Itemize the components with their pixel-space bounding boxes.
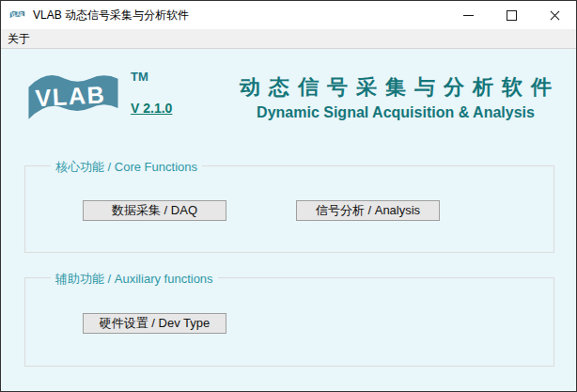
group-core-label: 核心功能 / Core Functions bbox=[51, 159, 202, 176]
app-logo-icon: VLAB bbox=[9, 8, 25, 23]
analysis-button[interactable]: 信号分析 / Analysis bbox=[296, 200, 440, 221]
app-heading: 动态信号采集与分析软件 Dynamic Signal Acquisition &… bbox=[225, 73, 567, 121]
maximize-icon bbox=[507, 10, 517, 21]
group-auxiliary-functions: 辅助功能 / Auxiliary functions 硬件设置 / Dev Ty… bbox=[24, 277, 554, 367]
menu-item-about[interactable]: 关于 bbox=[1, 29, 37, 48]
heading-english: Dynamic Signal Acquisition & Analysis bbox=[225, 104, 567, 121]
trademark-label: TM bbox=[131, 70, 148, 84]
close-icon bbox=[550, 10, 560, 21]
client-area: VLAB TM V 2.1.0 动态信号采集与分析软件 Dynamic Sign… bbox=[1, 49, 576, 391]
menu-bar: 关于 bbox=[1, 29, 576, 49]
maximize-button[interactable] bbox=[490, 1, 533, 29]
minimize-icon bbox=[463, 15, 474, 16]
title-bar[interactable]: VLAB VLAB 动态信号采集与分析软件 bbox=[1, 1, 576, 29]
svg-text:VLAB: VLAB bbox=[11, 12, 23, 17]
group-aux-label: 辅助功能 / Auxiliary functions bbox=[51, 271, 218, 288]
close-button[interactable] bbox=[533, 1, 576, 29]
heading-chinese: 动态信号采集与分析软件 bbox=[233, 73, 567, 102]
vlab-logo: VLAB bbox=[24, 63, 122, 136]
daq-button[interactable]: 数据采集 / DAQ bbox=[83, 200, 226, 221]
app-window: VLAB VLAB 动态信号采集与分析软件 关于 VLAB TM bbox=[0, 0, 577, 392]
logo-text: VLAB bbox=[35, 81, 106, 111]
minimize-button[interactable] bbox=[446, 1, 490, 29]
window-title: VLAB 动态信号采集与分析软件 bbox=[33, 8, 189, 24]
version-link[interactable]: V 2.1.0 bbox=[131, 101, 172, 116]
window-controls bbox=[446, 1, 576, 29]
dev-type-button[interactable]: 硬件设置 / Dev Type bbox=[83, 313, 226, 334]
group-core-functions: 核心功能 / Core Functions 数据采集 / DAQ 信号分析 / … bbox=[24, 165, 554, 253]
